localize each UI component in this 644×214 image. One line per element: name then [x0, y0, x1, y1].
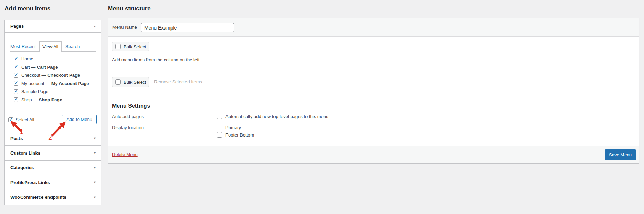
accordion-custom-links[interactable]: Custom Links ▼: [5, 145, 101, 160]
display-location-footer-bottom-label: Footer Bottom: [225, 132, 254, 138]
accordion-posts-label: Posts: [10, 136, 23, 141]
accordion-profilepress-links[interactable]: ProfilePress Links ▼: [5, 175, 101, 190]
checkbox-unchecked-icon: [115, 44, 121, 49]
accordion-posts[interactable]: Posts ▼: [5, 131, 101, 146]
select-all-label: Select All: [16, 117, 34, 122]
chevron-down-icon: ▼: [93, 151, 96, 155]
menu-structure-panel: Menu Name Bulk Select Add menu items fro…: [108, 18, 639, 164]
auto-add-pages-label: Auto add pages: [112, 114, 144, 119]
pages-accordion-header[interactable]: Pages ▲: [5, 20, 101, 33]
empty-menu-message: Add menu items from the column on the le…: [112, 57, 201, 63]
delete-menu-link[interactable]: Delete Menu: [112, 146, 138, 163]
page-item-sample-page[interactable]: ✓ Sample Page: [10, 88, 96, 96]
pages-checklist: ✓ Home ✓ Cart — Cart Page ✓ Checkout — C…: [10, 51, 96, 108]
display-location-footer-bottom-checkbox[interactable]: Footer Bottom: [217, 132, 254, 138]
checkbox-checked-icon: ✓: [14, 89, 18, 94]
display-location-label: Display location: [112, 125, 144, 130]
checkbox-checked-icon: ✓: [14, 57, 18, 61]
bulk-select-toggle-top[interactable]: Bulk Select: [112, 42, 149, 51]
bulk-select-label: Bulk Select: [124, 80, 146, 85]
bulk-select-toggle-bottom[interactable]: Bulk Select: [112, 77, 149, 87]
tab-view-all[interactable]: View All: [39, 41, 62, 52]
chevron-down-icon: ▼: [93, 196, 96, 199]
checkbox-checked-icon: ✓: [14, 81, 18, 86]
chevron-down-icon: ▼: [93, 166, 96, 170]
select-all-checkbox[interactable]: ✓ Select All: [8, 117, 34, 122]
chevron-down-icon: ▼: [93, 137, 96, 140]
checkbox-unchecked-icon: [217, 132, 222, 138]
accordion-woocommerce-endpoints-label: WooCommerce endpoints: [10, 195, 66, 200]
page-item-my-account[interactable]: ✓ My account — My Account Page: [10, 80, 96, 88]
add-menu-items-title: Add menu items: [5, 5, 50, 12]
save-menu-button[interactable]: Save Menu: [605, 149, 636, 160]
checkbox-unchecked-icon: [217, 125, 222, 130]
page-item-checkout[interactable]: ✓ Checkout — Checkout Page: [10, 71, 96, 80]
menu-name-bar: Menu Name: [108, 18, 639, 37]
tab-most-recent[interactable]: Most Recent: [10, 42, 36, 51]
auto-add-pages-checkbox[interactable]: Automatically add new top-level pages to…: [217, 114, 328, 119]
accordion-categories[interactable]: Categories ▼: [5, 160, 101, 175]
menu-structure-title: Menu structure: [108, 5, 151, 12]
pages-accordion-label: Pages: [10, 24, 24, 29]
menu-structure-footer: Delete Menu Save Menu: [108, 146, 639, 163]
display-location-primary-checkbox[interactable]: Primary: [217, 125, 241, 130]
checkbox-checked-icon: ✓: [14, 73, 18, 78]
chevron-up-icon: ▲: [93, 25, 96, 28]
page-item-home[interactable]: ✓ Home: [10, 55, 96, 63]
menu-name-label: Menu Name: [112, 18, 137, 36]
checkbox-checked-icon: ✓: [14, 65, 18, 69]
accordion-woocommerce-endpoints[interactable]: WooCommerce endpoints ▼: [5, 190, 101, 205]
menu-name-input[interactable]: [141, 23, 234, 32]
remove-selected-items-link[interactable]: Remove Selected Items: [154, 77, 202, 87]
checkbox-checked-icon: ✓: [8, 117, 13, 122]
checkbox-checked-icon: ✓: [14, 97, 18, 102]
menu-settings-title: Menu Settings: [112, 103, 150, 109]
display-location-primary-label: Primary: [225, 125, 241, 130]
page-item-cart[interactable]: ✓ Cart — Cart Page: [10, 63, 96, 72]
checkbox-unchecked-icon: [217, 114, 222, 119]
accordion-profilepress-links-label: ProfilePress Links: [10, 180, 50, 185]
auto-add-pages-option-label: Automatically add new top-level pages to…: [225, 114, 328, 119]
page-item-shop[interactable]: ✓ Shop — Shop Page: [10, 96, 96, 104]
accordion-custom-links-label: Custom Links: [10, 150, 40, 156]
add-menu-items-panel: Pages ▲ Most Recent View All Search ✓ Ho…: [4, 20, 101, 205]
checkbox-unchecked-icon: [115, 79, 121, 85]
tab-search[interactable]: Search: [65, 42, 80, 51]
accordion-categories-label: Categories: [10, 165, 34, 170]
settings-divider: [112, 98, 635, 98]
chevron-down-icon: ▼: [93, 181, 96, 184]
add-to-menu-button[interactable]: Add to Menu: [62, 115, 97, 124]
bulk-select-label: Bulk Select: [124, 44, 146, 49]
